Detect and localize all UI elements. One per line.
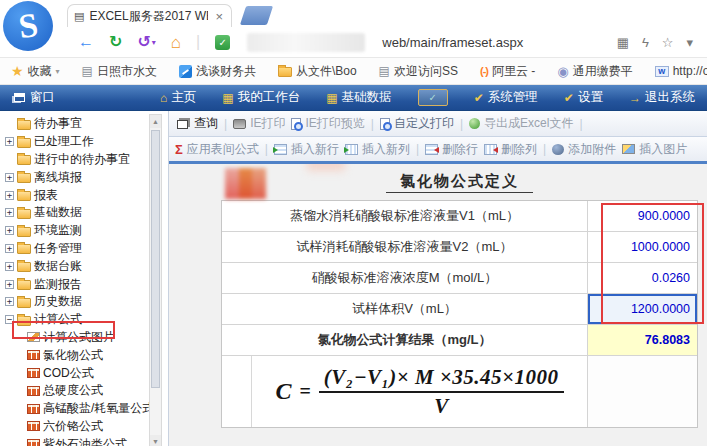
field-label: 蒸馏水消耗硝酸银标准溶液量V1（mL） — [222, 201, 588, 231]
expand-icon[interactable]: + — [5, 280, 14, 289]
tree-item-monitor-report[interactable]: +监测报告 — [2, 275, 168, 293]
back-icon[interactable]: ← — [78, 34, 94, 50]
table-row: 硝酸银标准溶液浓度M（mol/L） 0.0260 — [222, 263, 697, 294]
browser-tab[interactable]: ▤ EXCEL服务器2017 WEB × — [67, 4, 232, 27]
tree-item-hardness-formula[interactable]: 总硬度公式 — [2, 382, 168, 400]
refresh-icon[interactable]: ↻ — [109, 34, 122, 50]
tree-item-inprogress[interactable]: 进行中的待办事宜 — [2, 151, 168, 169]
expand-icon[interactable]: + — [5, 226, 14, 235]
insert-image-button[interactable]: 插入图片 — [622, 141, 687, 158]
menu-home[interactable]: ⌂ 主页 — [160, 89, 196, 106]
expand-icon[interactable]: + — [5, 173, 14, 182]
insert-row-icon — [274, 144, 287, 155]
lightning-icon[interactable]: ϟ — [642, 35, 649, 50]
home-icon[interactable]: ⌂ — [171, 34, 181, 51]
bookmark-doc-icon: ▤ — [379, 64, 390, 78]
folder-icon — [17, 120, 31, 130]
qr-code-icon[interactable]: ▦ — [617, 35, 629, 50]
tree-item-offline[interactable]: +离线填报 — [2, 168, 168, 186]
collapse-icon[interactable]: − — [5, 315, 14, 324]
form-icon — [27, 368, 40, 378]
field-value-v2[interactable]: 1000.0000 — [588, 232, 697, 262]
browser-logo-icon[interactable]: S — [3, 1, 53, 51]
address-url[interactable]: web/main/frameset.aspx — [382, 35, 523, 50]
delete-column-icon — [484, 144, 497, 155]
menu-system-admin[interactable]: ✔ 系统管理 — [474, 89, 538, 106]
favorites-menu[interactable]: ★ 收藏 ▾ — [8, 63, 71, 80]
tree-item-cod-formula[interactable]: COD公式 — [2, 364, 168, 382]
bookmark-item[interactable]: ▤ 欢迎访问SS — [368, 63, 469, 80]
form-content: 氯化物公式定义 蒸馏水消耗硝酸银标准溶液量V1（mL） 900.0000 试样消… — [169, 164, 707, 446]
tree-item-basedata[interactable]: +基础数据 — [2, 204, 168, 222]
query-toolbar: 查询 | IE打印 IE打印预览 | 自定义打印 | 导出成Excel文件 | — [169, 111, 707, 137]
expand-icon[interactable]: + — [5, 297, 14, 306]
insert-column-button[interactable]: 插入新列 — [345, 141, 410, 158]
tree-item-formula-image[interactable]: 计算公式图片 — [2, 329, 168, 347]
bookmark-item[interactable]: 从文件\Boo — [267, 63, 368, 80]
expand-icon[interactable]: + — [5, 208, 14, 217]
menu-logout[interactable]: → 退出系统 — [629, 89, 695, 106]
scrollbar-thumb[interactable] — [151, 130, 160, 388]
tree-item-chloride-formula[interactable]: 氯化物公式 — [2, 346, 168, 364]
tree-item-reports[interactable]: +报表 — [2, 186, 168, 204]
main-panel: 查询 | IE打印 IE打印预览 | 自定义打印 | 导出成Excel文件 | … — [169, 111, 707, 446]
insert-row-button[interactable]: 插入新行 — [274, 141, 339, 158]
ie-print-preview-button[interactable]: IE打印预览 — [291, 115, 364, 132]
menu-base-data[interactable]: ▦ 基础数据 — [326, 89, 391, 106]
menu-toggle-button[interactable]: ✓ — [418, 89, 448, 106]
bookmark-item[interactable]: ◉ 通用缴费平 — [546, 63, 643, 80]
tab-close-icon[interactable]: × — [213, 9, 225, 24]
tree-item-permanganate-formula[interactable]: 高锰酸盐/耗氧量公式 — [2, 400, 168, 418]
open-folder-icon — [17, 316, 31, 326]
tree-item-history[interactable]: +历史数据 — [2, 293, 168, 311]
bookmark-star-icon[interactable]: ☆ — [662, 35, 674, 50]
formula-expression: C = (V₂−V₁)× M ×35.45×1000 V — [252, 356, 588, 427]
grid-icon: ▦ — [326, 92, 337, 104]
redacted-url-blur — [247, 33, 365, 52]
bookmark-item[interactable]: (-) 阿里云 - — [469, 63, 546, 80]
expand-icon[interactable]: + — [5, 262, 14, 271]
print-preview-icon — [291, 118, 301, 130]
table-row: 试样体积V（mL） 1200.0000 — [222, 294, 697, 325]
add-attachment-button[interactable]: 添加附件 — [552, 141, 616, 158]
scroll-up-icon[interactable]: ▲ — [150, 115, 161, 128]
field-value-m[interactable]: 0.0260 — [588, 263, 697, 293]
export-excel-button[interactable]: 导出成Excel文件 — [469, 115, 573, 132]
ie-print-button[interactable]: IE打印 — [233, 115, 285, 132]
menu-settings[interactable]: ✔ 设置 — [564, 89, 603, 106]
custom-print-button[interactable]: 自定义打印 — [380, 115, 454, 132]
image-icon — [27, 332, 40, 342]
delete-row-button[interactable]: 删除行 — [425, 141, 478, 158]
new-tab-button[interactable] — [240, 6, 273, 25]
expand-icon[interactable]: + — [5, 191, 14, 200]
tree-item-calc-formula[interactable]: −计算公式 — [2, 311, 168, 329]
query-button[interactable]: 查询 — [175, 115, 218, 132]
sidebar-scrollbar[interactable]: ▲ ▼ — [149, 114, 162, 446]
delete-column-button[interactable]: 删除列 — [484, 141, 537, 158]
menu-window[interactable]: 窗口 — [0, 89, 160, 106]
tree-item-chromium-formula[interactable]: 六价铬公式 — [2, 418, 168, 436]
apply-formula-button[interactable]: Σ应用表间公式 — [175, 141, 259, 158]
field-value-v-selected[interactable]: 1200.0000 — [588, 294, 697, 324]
dropdown-caret-icon[interactable]: ▾ — [686, 35, 693, 50]
bookmarks-bar: ★ 收藏 ▾ ▤ 日照市水文 浅谈财务共 从文件\Boo ▤ 欢迎访问SS (-… — [0, 58, 707, 85]
undo-button[interactable]: ↺ ▾ — [137, 34, 155, 50]
undo-icon: ↺ — [137, 34, 150, 50]
tree-item-processed[interactable]: +已处理工作 — [2, 133, 168, 151]
tree-item-todo[interactable]: 待办事宜 — [2, 115, 168, 133]
bookmark-site-icon — [179, 65, 192, 78]
bookmark-item[interactable]: w http://one — [644, 64, 707, 78]
picture-icon — [622, 144, 635, 154]
tree-item-env-monitor[interactable]: +环境监测 — [2, 222, 168, 240]
expand-icon[interactable]: + — [5, 137, 14, 146]
field-value-v1[interactable]: 900.0000 — [588, 201, 697, 231]
tree-item-tasks[interactable]: +任务管理 — [2, 240, 168, 258]
bookmark-item[interactable]: 浅谈财务共 — [168, 63, 267, 80]
scroll-down-icon[interactable]: ▼ — [150, 435, 161, 446]
tree-item-ledger[interactable]: +数据台账 — [2, 257, 168, 275]
tree-item-uv-oil-formula[interactable]: 紫外石油类公式 — [2, 435, 168, 446]
menu-workbench[interactable]: ▦ 我的工作台 — [222, 89, 300, 106]
expand-icon[interactable]: + — [5, 244, 14, 253]
bookmark-item[interactable]: ▤ 日照市水文 — [71, 63, 168, 80]
security-shield-icon[interactable]: ✓ — [215, 35, 230, 50]
